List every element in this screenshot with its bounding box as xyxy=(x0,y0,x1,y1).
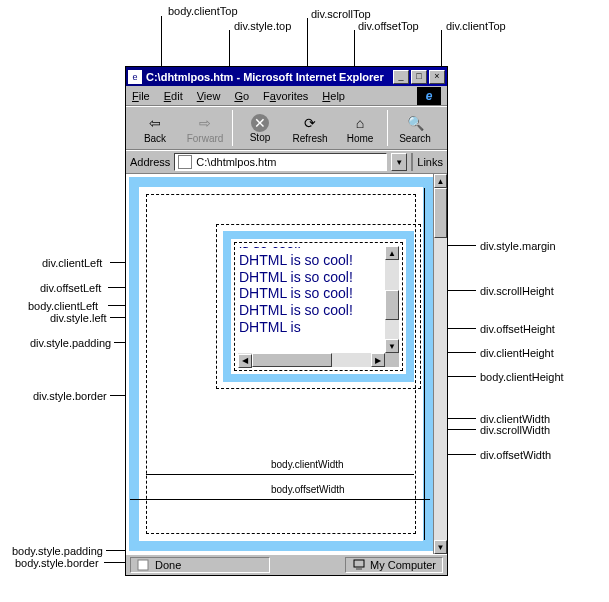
svg-rect-1 xyxy=(354,560,364,567)
div-vertical-scrollbar[interactable]: ▲ ▼ xyxy=(385,246,399,353)
scroll-corner xyxy=(385,353,399,367)
svg-rect-0 xyxy=(138,560,148,570)
back-button[interactable]: ⇦Back xyxy=(130,108,180,148)
status-done-panel: Done xyxy=(130,557,270,573)
ann-div-offsetWidth: div.offsetWidth xyxy=(480,449,551,461)
measure-body-clientWidth: body.clientWidth xyxy=(271,459,344,470)
ann-div-style-padding: div.style.padding xyxy=(30,337,111,349)
ann-body-style-padding: body.style.padding xyxy=(12,545,103,557)
stop-label: Stop xyxy=(250,132,271,143)
ann-div-scrollTop: div.scrollTop xyxy=(311,8,371,20)
content-area: ▲ ▼ is so cool! DHTML is so cool! DHTML … xyxy=(126,174,447,554)
computer-icon xyxy=(352,559,366,571)
address-bar: Address C:\dhtmlpos.htm ▼ Links xyxy=(126,150,447,174)
scroll-down-icon[interactable]: ▼ xyxy=(434,540,447,554)
scroll-left-icon[interactable]: ◀ xyxy=(238,354,252,368)
maximize-button[interactable]: □ xyxy=(411,70,427,84)
back-arrow-icon: ⇦ xyxy=(145,113,165,133)
menu-file[interactable]: File xyxy=(132,90,150,102)
document-icon xyxy=(178,155,192,169)
window-title: C:\dhtmlpos.htm - Microsoft Internet Exp… xyxy=(146,71,391,83)
menu-help[interactable]: Help xyxy=(322,90,345,102)
ann-div-style-margin: div.style.margin xyxy=(480,240,556,252)
menu-edit[interactable]: Edit xyxy=(164,90,183,102)
ann-div-offsetLeft: div.offsetLeft xyxy=(40,282,101,294)
ann-body-clientHeight: body.clientHeight xyxy=(480,371,564,383)
ann-div-style-top: div.style.top xyxy=(234,20,291,32)
ann-div-style-border: div.style.border xyxy=(33,390,107,402)
status-zone-panel: My Computer xyxy=(345,557,443,573)
ann-div-scrollHeight: div.scrollHeight xyxy=(480,285,554,297)
ann-body-style-border: body.style.border xyxy=(15,557,99,569)
back-label: Back xyxy=(144,133,166,144)
measure-arrow xyxy=(130,499,430,500)
ann-div-scrollWidth: div.scrollWidth xyxy=(480,424,550,436)
scroll-down-icon[interactable]: ▼ xyxy=(385,339,399,353)
menubar: File Edit View Go Favorites Help e xyxy=(126,86,447,106)
links-label[interactable]: Links xyxy=(417,156,443,168)
scroll-up-icon[interactable]: ▲ xyxy=(385,246,399,260)
minimize-button[interactable]: _ xyxy=(393,70,409,84)
titlebar: e C:\dhtmlpos.htm - Microsoft Internet E… xyxy=(126,67,447,86)
menu-favorites[interactable]: Favorites xyxy=(263,90,308,102)
refresh-label: Refresh xyxy=(292,133,327,144)
page-vertical-scrollbar[interactable]: ▲ ▼ xyxy=(433,174,447,554)
search-icon: 🔍 xyxy=(405,113,425,133)
div-border-box: is so cool! DHTML is so cool! DHTML is s… xyxy=(223,231,414,382)
stop-icon: ✕ xyxy=(251,114,269,132)
ann-div-style-left: div.style.left xyxy=(50,312,107,324)
toolbar-separator xyxy=(387,110,388,146)
scroll-thumb[interactable] xyxy=(385,290,399,320)
forward-arrow-icon: ⇨ xyxy=(195,113,215,133)
div-content: is so cool! DHTML is so cool! DHTML is s… xyxy=(239,247,386,354)
ann-div-offsetTop: div.offsetTop xyxy=(358,20,419,32)
scroll-up-icon[interactable]: ▲ xyxy=(434,174,447,188)
measure-arrow xyxy=(146,474,414,475)
measure-body-offsetWidth: body.offsetWidth xyxy=(271,484,345,495)
forward-button[interactable]: ⇨Forward xyxy=(180,108,230,148)
div-horizontal-scrollbar[interactable]: ◀ ▶ xyxy=(238,353,385,367)
status-done-text: Done xyxy=(155,559,181,571)
svg-rect-2 xyxy=(356,568,362,570)
ann-body-clientTop: body.clientTop xyxy=(168,5,238,17)
menu-view[interactable]: View xyxy=(197,90,221,102)
search-button[interactable]: 🔍Search xyxy=(390,108,440,148)
toolbar-separator xyxy=(232,110,233,146)
measure-arrow-v xyxy=(424,188,425,540)
browser-window: e C:\dhtmlpos.htm - Microsoft Internet E… xyxy=(125,66,448,576)
home-label: Home xyxy=(347,133,374,144)
ann-body-clientLeft: body.clientLeft xyxy=(28,300,98,312)
close-button[interactable]: × xyxy=(429,70,445,84)
refresh-icon: ⟳ xyxy=(300,113,320,133)
div-margin-box: is so cool! DHTML is so cool! DHTML is s… xyxy=(216,224,421,389)
home-button[interactable]: ⌂Home xyxy=(335,108,385,148)
done-icon xyxy=(137,559,151,571)
search-label: Search xyxy=(399,133,431,144)
ann-div-offsetHeight: div.offsetHeight xyxy=(480,323,555,335)
scroll-right-icon[interactable]: ▶ xyxy=(371,353,385,367)
address-input[interactable]: C:\dhtmlpos.htm xyxy=(174,153,387,171)
ie-logo-icon: e xyxy=(417,87,441,105)
stop-button[interactable]: ✕Stop xyxy=(235,108,285,148)
refresh-button[interactable]: ⟳Refresh xyxy=(285,108,335,148)
scroll-thumb[interactable] xyxy=(434,188,447,238)
address-value: C:\dhtmlpos.htm xyxy=(196,156,276,168)
menu-go[interactable]: Go xyxy=(234,90,249,102)
scroll-thumb[interactable] xyxy=(252,353,332,367)
links-separator xyxy=(411,153,413,171)
div-text: is so cool! DHTML is so cool! DHTML is s… xyxy=(239,247,386,336)
ann-div-clientTop: div.clientTop xyxy=(446,20,506,32)
ann-div-clientLeft: div.clientLeft xyxy=(42,257,102,269)
ann-div-clientHeight: div.clientHeight xyxy=(480,347,554,359)
home-icon: ⌂ xyxy=(350,113,370,133)
toolbar: ⇦Back ⇨Forward ✕Stop ⟳Refresh ⌂Home 🔍Sea… xyxy=(126,106,447,150)
forward-label: Forward xyxy=(187,133,224,144)
status-zone-text: My Computer xyxy=(370,559,436,571)
address-label: Address xyxy=(130,156,170,168)
statusbar: Done My Computer xyxy=(126,554,447,574)
address-dropdown[interactable]: ▼ xyxy=(391,153,407,171)
div-padding-box: is so cool! DHTML is so cool! DHTML is s… xyxy=(234,242,403,371)
app-icon: e xyxy=(128,70,142,84)
